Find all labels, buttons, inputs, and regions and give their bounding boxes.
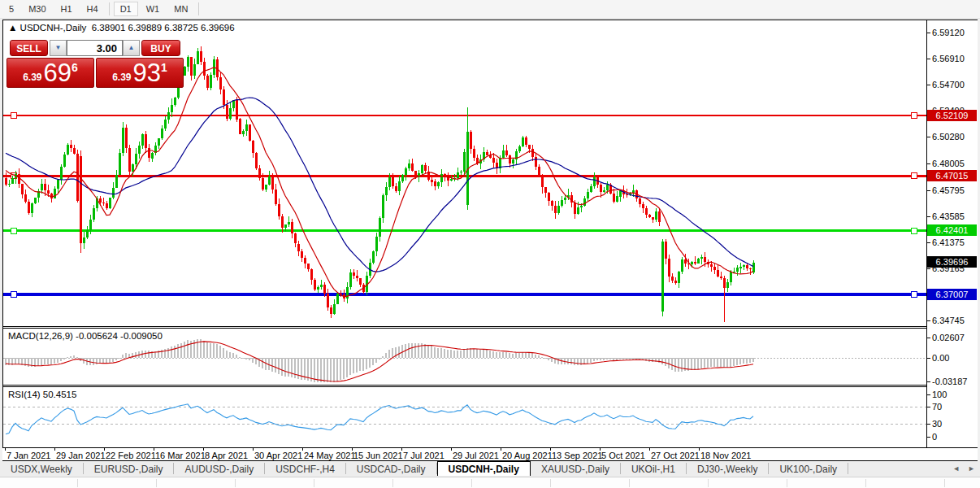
axis-tick-mark	[927, 407, 930, 407]
date-tick-label: 8 Apr 2021	[205, 451, 248, 460]
sell-quote-box[interactable]: 6.39696	[7, 58, 94, 88]
date-tick-mark	[203, 448, 204, 451]
rsi-indicator-label: RSI(14) 50.4515	[8, 390, 76, 399]
sell-button[interactable]: SELL	[10, 40, 48, 56]
status-pane-separator	[392, 479, 393, 487]
date-tick-mark	[154, 448, 154, 451]
axis-tick-mark	[927, 85, 930, 85]
chart-title: ▲ USDCNH-,Daily 6.38901 6.39889 6.38725 …	[8, 23, 235, 33]
axis-tick-label: 70	[932, 402, 942, 412]
axis-tick-label: 6.56910	[932, 54, 965, 63]
date-tick-label: 27 Oct 2021	[651, 451, 700, 460]
timeframe-button-5[interactable]: 5	[2, 2, 20, 16]
volume-decrease-button[interactable]: ▼	[50, 40, 67, 56]
tab-scroll-right-icon[interactable]: ►	[968, 464, 975, 473]
date-tick-label: 24 May 2021	[304, 451, 356, 460]
axis-tick-label: 0.02607	[932, 333, 965, 342]
volume-increase-button[interactable]: ▲	[123, 40, 140, 56]
chart-symbol-label: USDCNH-,Daily	[20, 23, 87, 33]
timeframe-button-mn[interactable]: MN	[167, 2, 194, 16]
timeframe-button-h4[interactable]: H4	[80, 2, 105, 16]
axis-tick-label: -0.03187	[932, 377, 967, 386]
timeframe-button-m30[interactable]: M30	[22, 2, 52, 16]
price-axis: 6.591206.569106.547006.524906.502806.480…	[926, 20, 978, 447]
timeframe-button-d1[interactable]: D1	[114, 2, 138, 16]
date-tick-label: 22 Feb 2021	[106, 451, 156, 460]
date-tick-mark	[699, 448, 700, 451]
date-tick-label: 13 Sep 2021	[552, 451, 602, 460]
price-level-tag: 6.52109	[927, 110, 977, 121]
timeframe-button-h1[interactable]: H1	[54, 2, 79, 16]
date-tick-label: 29 Jul 2021	[453, 451, 499, 460]
date-tick-label: 16 Mar 2021	[155, 451, 206, 460]
axis-tick-mark	[927, 137, 930, 137]
date-tick-mark	[253, 448, 254, 451]
buy-price-big: 93	[133, 59, 161, 87]
status-pane-separator	[314, 479, 314, 487]
buy-quote-box[interactable]: 6.39931	[96, 58, 184, 88]
date-tick-mark	[104, 448, 105, 451]
axis-tick-label: 6.41375	[932, 237, 965, 247]
date-tick-mark	[600, 448, 601, 451]
axis-tick-mark	[927, 381, 930, 382]
chart-tab-usdxweekly[interactable]: USDX,Weekly	[0, 463, 84, 474]
axis-tick-mark	[927, 33, 930, 33]
axis-tick-mark	[927, 437, 930, 438]
date-tick-label: 30 Apr 2021	[254, 451, 302, 460]
date-tick-mark	[302, 448, 303, 451]
chart-tab-usdchfh4[interactable]: USDCHF-,H4	[265, 463, 346, 474]
chart-tab-eurusddaily[interactable]: EURUSD-,Daily	[84, 463, 175, 474]
chart-tab-xauusddaily[interactable]: XAUUSD-,Daily	[531, 463, 621, 474]
chart-tab-bar: USDX,WeeklyEURUSD-,DailyAUDUSD-,DailyUSD…	[0, 461, 980, 476]
sell-price-big: 69	[44, 59, 72, 87]
sell-price-prefix: 6.39	[23, 72, 41, 83]
axis-tick-label: 6.43585	[932, 211, 965, 221]
volume-input[interactable]	[67, 40, 123, 56]
status-pane-separator	[865, 479, 866, 487]
buy-button[interactable]: BUY	[141, 40, 180, 56]
axis-tick-label: 6.34745	[932, 316, 965, 325]
price-level-tag: 6.42401	[927, 224, 977, 236]
collapse-arrow-icon[interactable]: ▲	[8, 23, 17, 33]
date-tick-mark	[401, 448, 402, 451]
price-level-tag: 6.37007	[927, 289, 977, 300]
buy-price-pip: 1	[161, 61, 167, 87]
timeframe-button-w1[interactable]: W1	[140, 2, 167, 16]
axis-tick-label: 6.45795	[932, 185, 965, 195]
chart-tab-usdcnhdaily[interactable]: USDCNH-,Daily	[437, 461, 531, 476]
date-axis: 7 Jan 202129 Jan 202122 Feb 202116 Mar 2…	[2, 448, 978, 461]
date-tick-mark	[5, 448, 6, 451]
chart-tab-uk100daily[interactable]: UK100-,Daily	[769, 463, 848, 474]
date-tick-label: 5 Oct 2021	[601, 451, 645, 460]
buy-price-prefix: 6.39	[112, 72, 131, 83]
axis-tick-mark	[927, 320, 930, 321]
axis-tick-mark	[927, 358, 930, 359]
date-tick-label: 18 Nov 2021	[700, 451, 751, 460]
macd-indicator-label: MACD(12,26,9) -0.005624 -0.009050	[8, 331, 163, 341]
status-bar	[0, 477, 980, 488]
date-tick-mark	[550, 448, 551, 451]
toolbar-separator	[109, 2, 110, 15]
price-level-tag: 6.47015	[927, 170, 977, 181]
date-tick-mark	[451, 448, 452, 451]
tab-scroll-left-icon[interactable]: ◄	[952, 464, 960, 473]
axis-tick-label: 100	[932, 390, 947, 399]
toolbar-separator	[198, 2, 199, 15]
chart-tab-usdcaddaily[interactable]: USDCAD-,Daily	[346, 463, 437, 474]
one-click-trading-panel: SELL ▼ ▲ BUY 6.39696 6.39931	[7, 38, 189, 107]
chart-tab-dj30weekly[interactable]: DJ30-,Weekly	[687, 463, 769, 474]
axis-tick-mark	[927, 190, 930, 191]
price-level-tag: 6.39696	[927, 256, 977, 268]
axis-tick-mark	[927, 394, 930, 395]
axis-tick-mark	[927, 268, 930, 269]
status-pane-separator	[156, 479, 157, 487]
chart-tab-ukoilh1[interactable]: UKOil-,H1	[621, 463, 687, 474]
chart-tab-audusddaily[interactable]: AUDUSD-,Daily	[174, 463, 265, 474]
chart-window: ▲ USDCNH-,Daily 6.38901 6.39889 6.38725 …	[2, 20, 978, 448]
status-pane-separator	[787, 479, 787, 487]
timeframe-toolbar: 5M30H1H4D1W1MN	[0, 0, 980, 19]
axis-tick-label: 6.54700	[932, 80, 965, 89]
date-tick-mark	[649, 448, 650, 451]
rsi-canvas[interactable]	[3, 387, 926, 447]
date-tick-mark	[54, 448, 55, 451]
